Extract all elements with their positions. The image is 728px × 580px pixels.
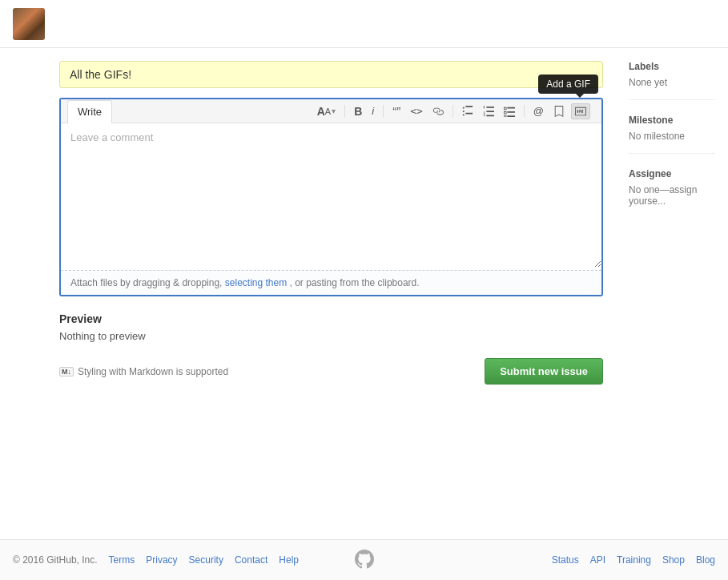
footer-link-privacy[interactable]: Privacy <box>146 554 177 566</box>
github-logo-icon <box>355 550 374 569</box>
footer-link-contact[interactable]: Contact <box>235 554 267 566</box>
preview-title: Preview <box>59 312 603 325</box>
footer-copyright: © 2016 GitHub, Inc. <box>13 554 98 566</box>
right-sidebar: Labels None yet Milestone No milestone A… <box>616 61 728 388</box>
toolbar-separator-1 <box>344 105 345 118</box>
task-list-button[interactable] <box>501 104 518 119</box>
toolbar-separator-2 <box>383 105 384 118</box>
heading-button[interactable]: AA ▾ <box>314 103 339 119</box>
footer-link-security[interactable]: Security <box>189 554 223 566</box>
code-button[interactable]: <> <box>407 103 426 119</box>
assignee-title: Assignee <box>629 168 715 179</box>
attach-bar: Attach files by dragging & dropping, sel… <box>61 270 601 295</box>
gif-button[interactable] <box>571 103 590 119</box>
italic-button[interactable]: i <box>368 103 377 119</box>
tab-write[interactable]: Write <box>67 100 112 123</box>
footer-right: Status API Training Shop Blog <box>552 554 715 566</box>
milestone-section: Milestone No milestone <box>629 115 715 154</box>
assignee-section: Assignee No one—assign yourse... <box>629 168 715 218</box>
preview-empty-text: Nothing to preview <box>59 330 603 342</box>
issue-title: All the GIFs! <box>59 61 603 88</box>
avatar[interactable] <box>13 8 45 40</box>
footer-link-help[interactable]: Help <box>279 554 299 566</box>
attach-link[interactable]: selecting them <box>225 277 287 288</box>
markdown-hint: M↓ Styling with Markdown is supported <box>59 366 228 377</box>
markdown-hint-text: Styling with Markdown is supported <box>78 366 228 377</box>
labels-title: Labels <box>629 61 715 72</box>
toolbar-separator-3 <box>452 105 453 118</box>
editor-container: Write AA ▾ B i <box>59 98 603 296</box>
attach-text-after: , or pasting from the clipboard. <box>290 277 420 288</box>
footer-link-shop[interactable]: Shop <box>662 554 685 566</box>
reference-button[interactable] <box>550 104 568 119</box>
footer-logo-wrapper <box>355 550 374 571</box>
submit-button[interactable]: Submit new issue <box>485 358 603 385</box>
gif-button-wrapper: Add a GIF <box>571 103 590 119</box>
labels-value: None yet <box>629 77 715 88</box>
unordered-list-button[interactable] <box>459 104 477 119</box>
quote-button[interactable]: “” <box>389 103 404 119</box>
editor-toolbar: AA ▾ B i “” <> <box>309 99 595 123</box>
preview-section: Preview Nothing to preview <box>59 306 603 348</box>
footer-link-blog[interactable]: Blog <box>696 554 715 566</box>
submit-area: M↓ Styling with Markdown is supported Su… <box>59 355 603 388</box>
footer-link-training[interactable]: Training <box>617 554 651 566</box>
comment-textarea[interactable] <box>61 123 601 268</box>
assignee-value: No one—assign yourse... <box>629 184 715 207</box>
labels-section: Labels None yet <box>629 61 715 100</box>
attach-text: Attach files by dragging & dropping, <box>70 277 225 288</box>
footer-link-status[interactable]: Status <box>552 554 579 566</box>
footer-link-api[interactable]: API <box>590 554 605 566</box>
footer: © 2016 GitHub, Inc. Terms Privacy Securi… <box>0 539 728 580</box>
editor-tabs-bar: Write AA ▾ B i <box>61 99 601 123</box>
ordered-list-button[interactable] <box>480 104 497 119</box>
link-button[interactable] <box>429 104 447 119</box>
milestone-value: No milestone <box>629 131 715 142</box>
bold-button[interactable]: B <box>351 103 365 119</box>
milestone-title: Milestone <box>629 115 715 126</box>
toolbar-separator-4 <box>524 105 525 118</box>
mention-button[interactable]: @ <box>530 103 547 119</box>
markdown-icon: M↓ <box>59 367 74 377</box>
footer-link-terms[interactable]: Terms <box>109 554 135 566</box>
footer-left: © 2016 GitHub, Inc. Terms Privacy Securi… <box>13 554 552 566</box>
gif-tooltip-bubble: Add a GIF <box>538 75 598 94</box>
